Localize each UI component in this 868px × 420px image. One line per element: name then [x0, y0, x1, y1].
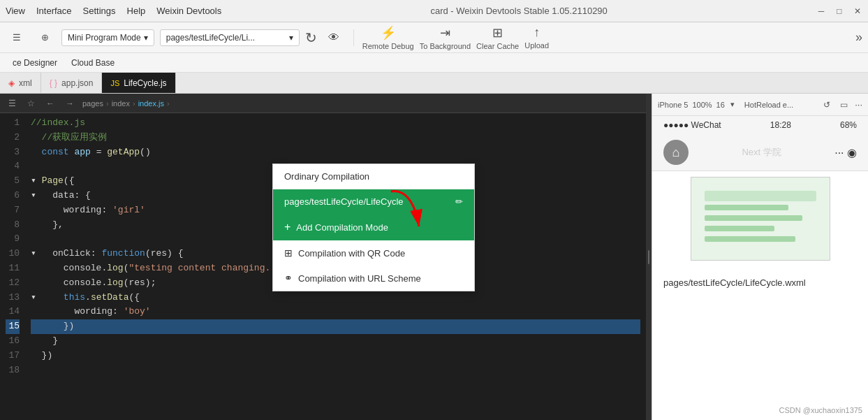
edit-icon[interactable]: ✏ — [455, 196, 463, 207]
phone-nav-dots[interactable]: ··· ◉ — [834, 146, 857, 159]
tab-xml-label: xml — [19, 78, 32, 88]
tab-app-json[interactable]: { } app.json — [41, 73, 103, 93]
phone-page-path: pages/testLifeCycle/LifeCycle.wxml — [652, 266, 868, 299]
add-mode-label: Add Compilation Mode — [296, 222, 388, 233]
phone-screen: ●●●●● WeChat 18:28 68% ⌂ Next 学院 ··· ◉ — [652, 116, 868, 420]
minimize-button[interactable]: ─ — [816, 6, 826, 16]
to-background-button[interactable]: ⇥ To Background — [420, 25, 471, 50]
phone-refresh-button[interactable]: ↺ — [821, 99, 833, 111]
tab-js-label: LifeCycle.js — [124, 78, 166, 88]
phone-toolbar: iPhone 5 100% 16 ▾ HotReload e... ↺ ▭ ··… — [652, 94, 868, 116]
phone-home-icon[interactable]: ⌂ — [663, 140, 689, 165]
editor-panel: ☰ ☆ ← → pages › index › index.js › 12345… — [0, 94, 646, 420]
dropdown-ordinary-compilation[interactable]: Ordinary Compilation — [273, 164, 474, 189]
dropdown-item-lifecycle[interactable]: pages/testLifeCycle/LifeCycle ✏ — [273, 189, 474, 214]
path-dropdown-icon: ▾ — [289, 33, 293, 43]
json-icon: { } — [50, 78, 57, 88]
dropdown-url-scheme[interactable]: ⚭ Compilation with URL Scheme — [273, 266, 474, 291]
menu-interface[interactable]: Interface — [36, 6, 72, 16]
tab-xml[interactable]: ◈ xml — [0, 73, 41, 93]
lifecycle-item-label: pages/testLifeCycle/LifeCycle — [284, 196, 404, 207]
more-button[interactable]: » — [855, 30, 862, 44]
path-input[interactable]: pages/testLifeCycle/Li... ▾ — [160, 29, 300, 46]
clear-cache-button[interactable]: ⊞ Clear Cache — [476, 25, 519, 50]
xml-icon: ◈ — [8, 78, 15, 88]
phone-status-bar: ●●●●● WeChat 18:28 68% — [652, 116, 868, 134]
phone-nav-bar: ⌂ Next 学院 ··· ◉ — [652, 134, 868, 171]
menu-bar[interactable]: View Interface Settings Help Weixin Devt… — [6, 6, 221, 16]
dropdown-add-mode[interactable]: + Add Compilation Mode — [273, 214, 474, 240]
phone-battery: 68% — [840, 120, 857, 130]
watermark: CSDN @xuchaoxin1375 — [779, 406, 862, 414]
remote-debug-button[interactable]: ⚡ Remote Debug — [362, 25, 414, 50]
phone-hotreload-label: HotReload e... — [744, 101, 793, 109]
phone-nav-title: Next 学院 — [742, 146, 781, 159]
svg-rect-4 — [705, 215, 802, 221]
path-label: pages/testLifeCycle/Li... — [166, 33, 255, 43]
cloud-base-button[interactable]: Cloud Base — [64, 57, 122, 69]
vertical-resizer[interactable] — [646, 94, 652, 420]
second-toolbar: ce Designer Cloud Base — [0, 53, 868, 73]
phone-mini-screenshot — [691, 177, 830, 261]
ce-designer-button[interactable]: ce Designer — [6, 57, 64, 69]
preview-svg — [698, 184, 823, 254]
phone-layout-button[interactable]: ▭ — [837, 99, 851, 111]
svg-rect-2 — [705, 191, 816, 201]
js-icon: JS — [110, 79, 119, 87]
url-scheme-icon: ⚭ — [284, 273, 293, 284]
url-scheme-label: Compilation with URL Scheme — [298, 273, 421, 284]
svg-rect-6 — [705, 236, 795, 242]
qr-code-label: Compilation with QR Code — [298, 248, 405, 259]
close-button[interactable]: ✕ — [853, 6, 862, 16]
dropdown-qr-code[interactable]: ⊞ Compilation with QR Code — [273, 240, 474, 266]
phone-more-icon[interactable]: ··· — [855, 99, 862, 110]
main-toolbar: ☰ ⊕ Mini Program Mode ▾ pages/testLifeCy… — [0, 22, 868, 53]
qr-code-icon: ⊞ — [284, 247, 293, 259]
main-area: ☰ ☆ ← → pages › index › index.js › 12345… — [0, 94, 868, 420]
svg-rect-5 — [705, 226, 774, 231]
compilation-dropdown: Ordinary Compilation pages/testLifeCycle… — [272, 164, 475, 291]
phone-zoom-label: 100% — [692, 101, 712, 109]
separator-1 — [353, 29, 354, 46]
add-icon: + — [284, 221, 290, 233]
phone-time: 18:28 — [770, 120, 791, 130]
menu-help[interactable]: Help — [127, 6, 146, 16]
maximize-button[interactable]: □ — [834, 6, 844, 16]
compile-preview-button[interactable]: ↻ — [305, 29, 317, 46]
preview-button[interactable]: 👁 — [323, 27, 345, 49]
menu-view[interactable]: View — [6, 6, 25, 16]
dropdown-overlay: Ordinary Compilation pages/testLifeCycle… — [0, 94, 646, 420]
phone-signal: ●●●●● WeChat — [663, 120, 721, 130]
tab-json-label: app.json — [61, 78, 93, 88]
phone-device-label: iPhone 5 — [658, 101, 688, 109]
wechat-button[interactable]: ⊕ — [34, 27, 56, 49]
svg-rect-3 — [705, 205, 788, 210]
ordinary-compilation-label: Ordinary Compilation — [284, 171, 369, 182]
tab-lifecycle-js[interactable]: JS LifeCycle.js — [102, 73, 175, 93]
menu-weixin-devtools[interactable]: Weixin Devtools — [156, 6, 221, 16]
phone-page-num: 16 — [716, 101, 725, 109]
tabs-bar: ◈ xml { } app.json JS LifeCycle.js — [0, 73, 868, 94]
window-controls[interactable]: ─ □ ✕ — [816, 6, 862, 16]
phone-panel: iPhone 5 100% 16 ▾ HotReload e... ↺ ▭ ··… — [652, 94, 868, 420]
window-title: card - Weixin Devtools Stable 1.05.21102… — [430, 6, 607, 16]
upload-button[interactable]: ↑ Upload — [524, 25, 549, 50]
chevron-down-icon[interactable]: ▾ — [730, 100, 735, 109]
panel-toggle-button[interactable]: ☰ — [6, 27, 28, 49]
mode-select-chevron-icon: ▾ — [144, 33, 148, 43]
menu-settings[interactable]: Settings — [83, 6, 116, 16]
mode-select-label: Mini Program Mode — [68, 33, 141, 43]
title-bar: View Interface Settings Help Weixin Devt… — [0, 0, 868, 22]
mode-select-dropdown[interactable]: Mini Program Mode ▾ — [61, 29, 154, 46]
